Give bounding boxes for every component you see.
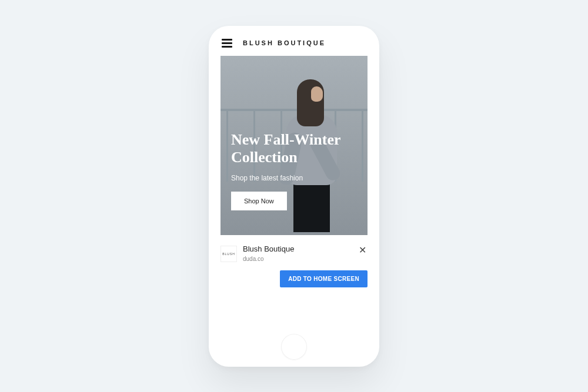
brand-title: BLUSH BOUTIQUE (243, 39, 326, 46)
screen: BLUSH BOUTIQUE (209, 32, 379, 334)
prompt-domain: duda.co (243, 256, 352, 262)
app-icon: BLUSH (220, 246, 237, 262)
hero-subtitle: Shop the latest fashion (231, 174, 357, 182)
add-to-home-button[interactable]: ADD TO HOME SCREEN (280, 270, 368, 287)
hero-title: New Fall-Winter Collection (231, 131, 357, 167)
hero-banner: New Fall-Winter Collection Shop the late… (220, 56, 368, 235)
add-to-home-prompt: BLUSH Blush Boutique duda.co ✕ ADD TO HO… (220, 241, 368, 293)
shop-now-button[interactable]: Shop Now (231, 192, 287, 210)
close-icon[interactable]: ✕ (358, 244, 368, 256)
app-header: BLUSH BOUTIQUE (209, 32, 379, 56)
home-button[interactable] (281, 334, 307, 360)
phone-mockup: BLUSH BOUTIQUE (209, 26, 379, 367)
hamburger-menu-icon[interactable] (222, 39, 232, 48)
prompt-app-name: Blush Boutique (243, 244, 352, 253)
